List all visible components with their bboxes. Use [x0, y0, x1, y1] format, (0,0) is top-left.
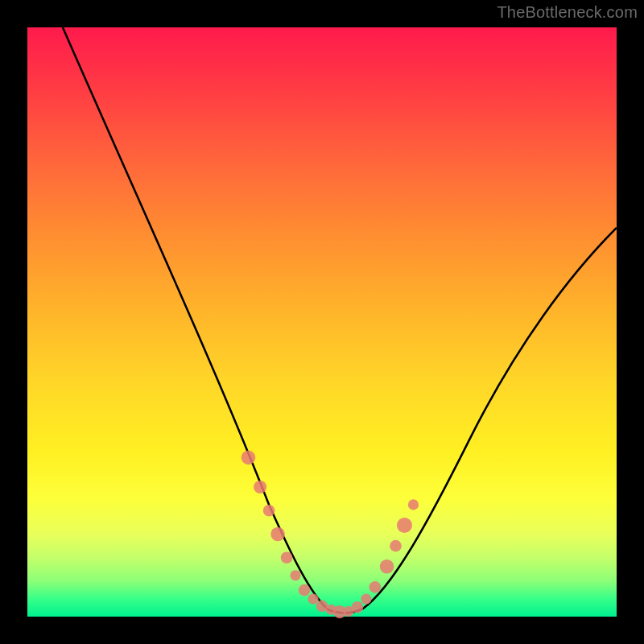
svg-point-13 [361, 593, 371, 604]
watermark-text: TheBottleneck.com [497, 3, 638, 22]
svg-point-17 [397, 518, 412, 533]
svg-point-7 [308, 593, 318, 604]
marker-cluster [242, 451, 419, 619]
plot-area [27, 27, 617, 617]
svg-point-16 [390, 540, 402, 552]
svg-point-4 [281, 551, 293, 564]
chart-frame: TheBottleneck.com [0, 0, 644, 644]
svg-point-12 [352, 601, 364, 613]
curve-layer [27, 27, 617, 617]
svg-point-15 [380, 559, 394, 574]
svg-point-5 [290, 570, 300, 580]
svg-point-0 [242, 451, 256, 465]
svg-point-2 [263, 505, 275, 517]
svg-point-6 [299, 584, 311, 597]
svg-point-1 [254, 481, 266, 493]
bottleneck-curve [63, 27, 617, 613]
svg-point-14 [369, 581, 382, 593]
svg-point-3 [270, 527, 285, 542]
svg-point-18 [408, 499, 419, 510]
